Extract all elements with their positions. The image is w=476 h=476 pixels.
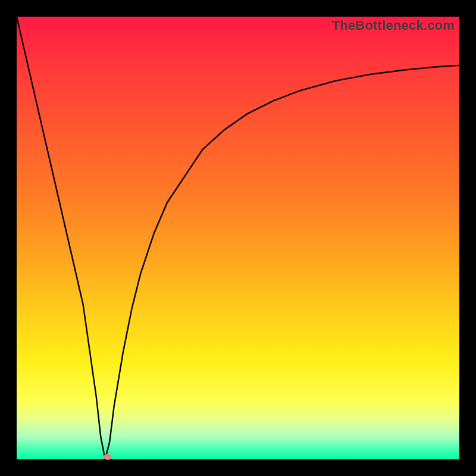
line-curve bbox=[17, 17, 459, 459]
min-marker-icon bbox=[104, 454, 112, 460]
curve-path bbox=[17, 17, 459, 459]
plot-area: TheBottleneck.com bbox=[17, 17, 459, 459]
chart-frame: TheBottleneck.com bbox=[0, 0, 476, 476]
